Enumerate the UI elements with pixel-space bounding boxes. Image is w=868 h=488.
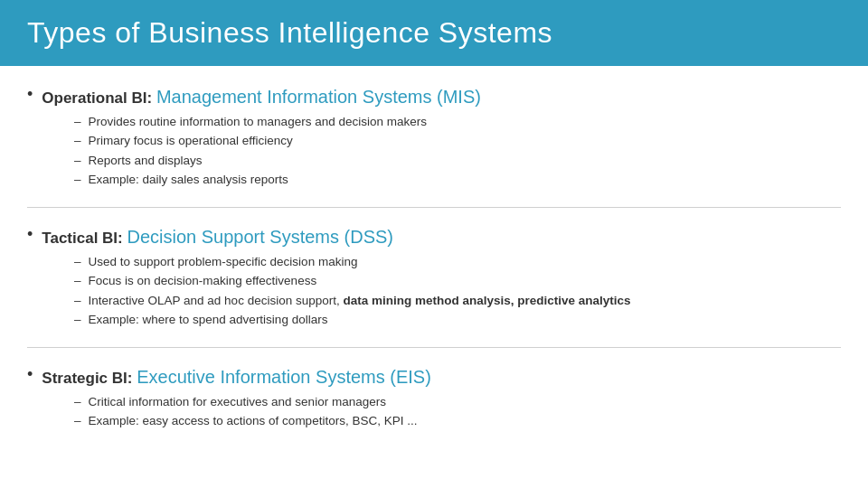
list-item: – Critical information for executives an… — [74, 393, 841, 411]
strategic-bullet-row: • Strategic BI: Executive Information Sy… — [27, 364, 841, 389]
tactical-label: Tactical BI: Decision Support Systems (D… — [42, 224, 393, 249]
dash-icon: – — [74, 311, 81, 329]
sub-text: Example: where to spend advertising doll… — [89, 311, 328, 329]
sub-text: Focus is on decision-making effectivenes… — [89, 272, 317, 290]
sub-text: Primary focus is operational efficiency — [89, 132, 293, 150]
list-item: – Primary focus is operational efficienc… — [74, 132, 841, 150]
strategic-label-normal: Strategic BI: — [42, 370, 137, 387]
tactical-bullet-row: • Tactical BI: Decision Support Systems … — [27, 224, 841, 249]
section-tactical: • Tactical BI: Decision Support Systems … — [27, 224, 841, 329]
tactical-sub-list: – Used to support problem-specific decis… — [74, 253, 841, 329]
sub-text: Used to support problem-specific decisio… — [89, 253, 358, 271]
dash-icon: – — [74, 152, 81, 170]
list-item: – Example: daily sales analysis reports — [74, 171, 841, 189]
dash-icon: – — [74, 132, 81, 150]
slide: Types of Business Intelligence Systems •… — [0, 0, 868, 488]
section-strategic: • Strategic BI: Executive Information Sy… — [27, 364, 841, 431]
bullet-icon-2: • — [27, 225, 33, 244]
list-item: – Reports and displays — [74, 152, 841, 170]
slide-title: Types of Business Intelligence Systems — [27, 16, 552, 50]
list-item: – Provides routine information to manage… — [74, 113, 841, 131]
strategic-sub-list: – Critical information for executives an… — [74, 393, 841, 431]
list-item: – Example: where to spend advertising do… — [74, 311, 841, 329]
dash-icon: – — [74, 412, 81, 430]
sub-text: Interactive OLAP and ad hoc decision sup… — [89, 292, 631, 310]
tactical-label-colored: Decision Support Systems (DSS) — [127, 227, 393, 247]
slide-content: • Operational BI: Management Information… — [0, 66, 868, 488]
dash-icon: – — [74, 113, 81, 131]
bullet-icon-3: • — [27, 365, 33, 384]
sub-text: Example: daily sales analysis reports — [89, 171, 288, 189]
list-item: – Used to support problem-specific decis… — [74, 253, 841, 271]
operational-label-colored: Management Information Systems (MIS) — [156, 87, 481, 107]
divider-2 — [27, 347, 841, 348]
dash-icon: – — [74, 171, 81, 189]
section-operational: • Operational BI: Management Information… — [27, 84, 841, 189]
sub-text: Example: easy access to actions of compe… — [89, 412, 418, 430]
sub-text: Provides routine information to managers… — [89, 113, 427, 131]
sub-text: Critical information for executives and … — [89, 393, 386, 411]
operational-label-normal: Operational BI: — [42, 89, 156, 107]
dash-icon: – — [74, 272, 81, 290]
list-item: – Focus is on decision-making effectiven… — [74, 272, 841, 290]
strategic-label-colored: Executive Information Systems (EIS) — [137, 367, 431, 387]
bullet-icon-1: • — [27, 85, 33, 104]
list-item: – Example: easy access to actions of com… — [74, 412, 841, 430]
dash-icon: – — [74, 292, 81, 310]
strategic-label: Strategic BI: Executive Information Syst… — [42, 364, 431, 389]
tactical-label-normal: Tactical BI: — [42, 230, 127, 247]
slide-header: Types of Business Intelligence Systems — [0, 0, 868, 66]
dash-icon: – — [74, 393, 81, 411]
dash-icon: – — [74, 253, 81, 271]
sub-text: Reports and displays — [89, 152, 203, 170]
operational-bullet-row: • Operational BI: Management Information… — [27, 84, 841, 109]
operational-label: Operational BI: Management Information S… — [42, 84, 481, 109]
list-item: – Interactive OLAP and ad hoc decision s… — [74, 292, 841, 310]
divider-1 — [27, 207, 841, 208]
operational-sub-list: – Provides routine information to manage… — [74, 113, 841, 189]
